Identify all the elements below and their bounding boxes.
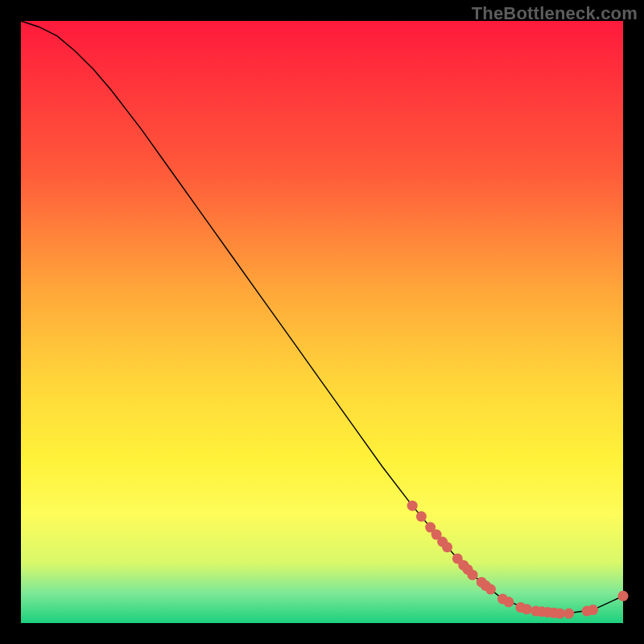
highlight-dot [416,511,427,522]
highlight-dot [503,597,514,607]
highlight-dot [555,609,565,619]
highlight-dots-group [407,501,629,619]
highlight-dot [522,604,532,614]
highlight-dot [468,570,478,580]
chart-container: TheBottleneck.com [0,0,644,644]
highlight-dot [588,605,598,615]
bottleneck-curve-line [21,21,623,614]
highlight-dot [564,609,574,619]
highlight-dot [485,584,496,595]
highlight-dot [442,542,452,552]
highlight-dot [618,591,629,601]
chart-overlay-svg [21,21,623,623]
highlight-dot [407,501,418,511]
